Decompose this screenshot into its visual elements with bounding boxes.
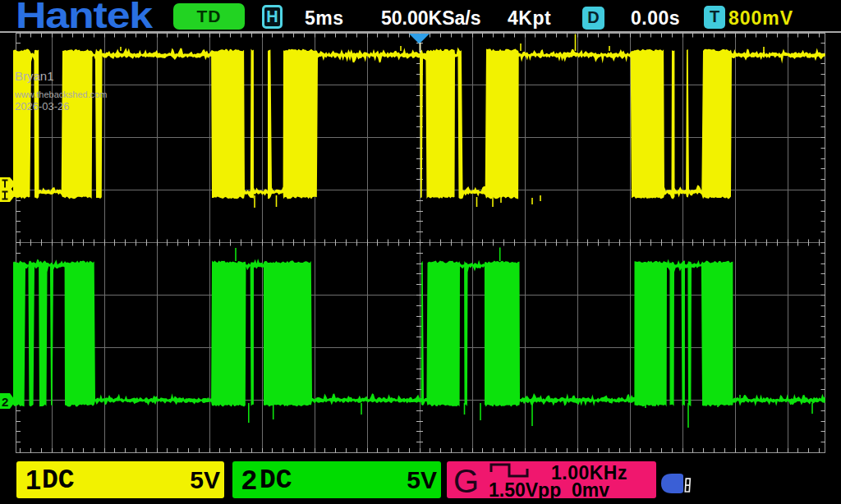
svg-text:2: 2: [2, 395, 8, 409]
